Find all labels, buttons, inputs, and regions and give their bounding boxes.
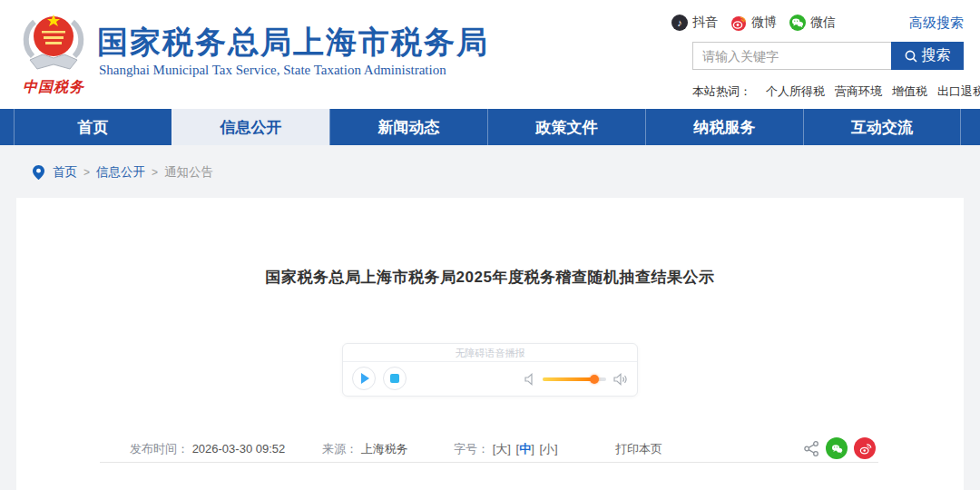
stop-button[interactable] xyxy=(383,367,407,390)
volume-low-icon xyxy=(524,373,535,386)
share-weibo-button[interactable] xyxy=(854,437,876,459)
fontsize-small-button[interactable]: [小] xyxy=(539,442,557,456)
main-nav: 首页 信息公开 新闻动态 政策文件 纳税服务 互动交流 xyxy=(0,109,980,145)
breadcrumb: 首页 > 信息公开 > 通知公告 xyxy=(33,164,213,181)
hotword-link[interactable]: 营商环境 xyxy=(835,83,882,100)
search-box: 搜索 xyxy=(692,42,964,70)
hotword-link[interactable]: 出口退税 xyxy=(937,83,980,100)
douyin-label: 抖音 xyxy=(692,15,718,31)
social-row: ♪ 抖音 微博 xyxy=(671,14,964,32)
stop-icon xyxy=(390,374,399,383)
fontsize-medium-button[interactable]: [中] xyxy=(516,442,534,456)
meta-divider xyxy=(100,462,878,463)
logo-caption: 中国税务 xyxy=(15,78,93,97)
site-title: 国家税务总局上海市税务局 xyxy=(97,22,489,64)
site-subtitle: Shanghai Municipal Tax Service, State Ta… xyxy=(99,63,446,78)
breadcrumb-home[interactable]: 首页 xyxy=(53,164,77,181)
wechat-label: 微信 xyxy=(810,15,836,31)
weibo-share-icon xyxy=(858,442,872,456)
print-page: 打印本页 xyxy=(615,441,662,457)
play-button[interactable] xyxy=(352,367,376,390)
source-label: 来源： xyxy=(322,442,358,456)
search-button[interactable]: 搜索 xyxy=(891,42,964,70)
hotwords-row: 本站热词： 个人所得税 营商环境 增值税 出口退税 xyxy=(692,83,980,100)
volume-control xyxy=(524,362,628,396)
volume-slider-knob[interactable] xyxy=(590,375,599,384)
article-meta: 发布时间： 2026-03-30 09:52 来源： 上海税务 字号： [大] … xyxy=(16,437,964,459)
audio-player: 无障碍语音播报 xyxy=(342,343,638,397)
source: 来源： 上海税务 xyxy=(322,441,408,457)
play-icon xyxy=(361,373,369,384)
site-logo[interactable]: 中国税务 xyxy=(15,9,93,102)
publish-time: 发布时间： 2026-03-30 09:52 xyxy=(130,441,285,457)
publish-time-value: 2026-03-30 09:52 xyxy=(192,442,286,456)
volume-slider[interactable] xyxy=(543,377,606,381)
breadcrumb-current: 通知公告 xyxy=(164,164,213,181)
weibo-link[interactable]: 微博 xyxy=(730,15,777,31)
nav-tab-info-disclosure[interactable]: 信息公开 xyxy=(172,109,329,145)
source-value: 上海税务 xyxy=(361,442,408,456)
article-card: 国家税务总局上海市税务局2025年度税务稽查随机抽查结果公示 无障碍语音播报 xyxy=(16,198,964,490)
search-icon xyxy=(905,50,917,63)
publish-time-label: 发布时间： xyxy=(130,442,189,456)
volume-slider-fill xyxy=(543,377,595,381)
search-button-label: 搜索 xyxy=(922,46,951,65)
fontsize-label: 字号： xyxy=(454,442,489,456)
fontsize-large-button[interactable]: [大] xyxy=(493,442,511,456)
share-wechat-button[interactable] xyxy=(826,437,848,459)
nav-tab-interaction[interactable]: 互动交流 xyxy=(803,109,961,145)
breadcrumb-separator: > xyxy=(83,166,90,179)
advanced-search-link[interactable]: 高级搜索 xyxy=(909,15,964,32)
weibo-label: 微博 xyxy=(751,15,777,31)
wechat-share-icon xyxy=(830,442,844,456)
site-header: 中国税务 国家税务总局上海市税务局 Shanghai Municipal Tax… xyxy=(0,0,980,109)
breadcrumb-info-disclosure[interactable]: 信息公开 xyxy=(96,164,145,181)
nav-tab-home[interactable]: 首页 xyxy=(14,109,172,145)
hotwords-label: 本站热词： xyxy=(692,83,751,100)
douyin-link[interactable]: ♪ 抖音 xyxy=(671,15,718,31)
location-pin-icon xyxy=(33,165,44,180)
douyin-icon: ♪ xyxy=(671,15,688,31)
audio-player-title: 无障碍语音播报 xyxy=(343,344,637,362)
breadcrumb-separator: > xyxy=(152,166,158,179)
hotword-link[interactable]: 增值税 xyxy=(892,83,927,100)
search-input[interactable] xyxy=(692,42,891,70)
wechat-icon xyxy=(789,15,806,31)
tax-emblem-icon xyxy=(15,9,93,78)
print-page-button[interactable]: 打印本页 xyxy=(615,442,662,456)
weibo-icon xyxy=(730,15,747,31)
fontsize-control: 字号： [大] [中] [小] xyxy=(454,441,560,457)
article-title: 国家税务总局上海市税务局2025年度税务稽查随机抽查结果公示 xyxy=(16,267,964,288)
share-row xyxy=(804,437,876,459)
nav-tab-news[interactable]: 新闻动态 xyxy=(329,109,487,145)
share-icon[interactable] xyxy=(804,441,819,456)
hotword-link[interactable]: 个人所得税 xyxy=(766,83,825,100)
volume-high-icon xyxy=(613,373,628,386)
nav-tab-policy[interactable]: 政策文件 xyxy=(487,109,645,145)
wechat-link[interactable]: 微信 xyxy=(789,15,836,31)
nav-tab-tax-service[interactable]: 纳税服务 xyxy=(645,109,803,145)
